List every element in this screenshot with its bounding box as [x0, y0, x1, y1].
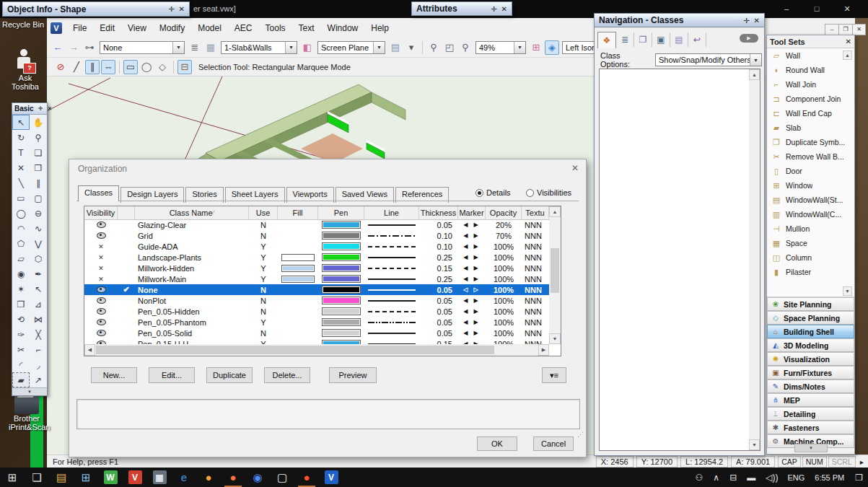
- details-radio[interactable]: Details: [475, 188, 511, 197]
- column-header-visibility[interactable]: Visibility: [84, 206, 118, 219]
- network-icon[interactable]: ⊟: [729, 473, 737, 483]
- brother-iprint-scan-shortcut[interactable]: Brother iPrint&Scan: [9, 395, 45, 431]
- doc-page-icon[interactable]: ▤: [388, 40, 403, 55]
- group-visualization[interactable]: ✺Visualization: [767, 352, 854, 366]
- menu-text[interactable]: Text: [292, 23, 321, 33]
- marker-arrows[interactable]: ◀ ▶: [458, 232, 486, 239]
- pen-swatch[interactable]: [322, 297, 361, 304]
- class-row-grid[interactable]: GridN0.10◀ ▶70%NNN: [84, 230, 549, 241]
- navigation-palette-titlebar[interactable]: Navigation - Classes ✛ ✕: [594, 13, 765, 27]
- magic-wand-tool[interactable]: ✶: [12, 281, 30, 297]
- nav-scrollbar[interactable]: ▲ ▼: [749, 69, 760, 450]
- column-header-thickness[interactable]: Thickness: [419, 206, 458, 219]
- pen-swatch[interactable]: [322, 232, 361, 240]
- close-icon[interactable]: ✕: [47, 105, 52, 112]
- vscroll-thumb[interactable]: [551, 248, 559, 293]
- sheet-layers-tab[interactable]: ❐: [634, 32, 652, 47]
- zoom-tool[interactable]: ⚲: [30, 130, 47, 145]
- references-tab[interactable]: ↩: [688, 32, 706, 47]
- line-style-sample[interactable]: [368, 300, 416, 302]
- fill-swatch[interactable]: [281, 276, 315, 283]
- duplicate-button[interactable]: Duplicate: [206, 367, 253, 383]
- pan-tool[interactable]: ✋: [30, 115, 47, 130]
- scroll-up-icon[interactable]: ▲: [843, 51, 852, 60]
- line-style-sample[interactable]: [368, 278, 416, 280]
- preview-button[interactable]: Preview: [329, 367, 377, 383]
- menu-model[interactable]: Model: [191, 23, 228, 33]
- visible-eye-icon[interactable]: [97, 297, 106, 304]
- class-row-pen_0.05-solid[interactable]: Pen_0.05-SolidN0.05◀ ▶100%NNN: [84, 328, 549, 338]
- visible-eye-icon[interactable]: [97, 330, 106, 336]
- firefox-icon[interactable]: ●: [221, 468, 245, 487]
- doc-page-arrow-icon[interactable]: ▾: [404, 40, 418, 55]
- scroll-left-icon[interactable]: ◀: [84, 344, 95, 356]
- gray-tile-icon[interactable]: ▦: [147, 468, 172, 487]
- pin-icon[interactable]: ✛: [38, 105, 43, 112]
- menu-tools[interactable]: Tools: [259, 23, 292, 33]
- fillet-tool[interactable]: ◜: [12, 357, 30, 372]
- tag-tool[interactable]: ⊿: [30, 297, 47, 312]
- visible-eye-icon[interactable]: [97, 232, 106, 239]
- w-tile-icon[interactable]: W: [98, 468, 123, 487]
- pen-swatch[interactable]: [322, 253, 361, 261]
- visibilities-radio[interactable]: Visibilities: [526, 188, 571, 197]
- active-layer-combo[interactable]: 1-Slab&Walls▼: [221, 41, 297, 54]
- irregular-polygon-tool[interactable]: ▱: [12, 251, 30, 266]
- circle-tool[interactable]: ◯: [12, 206, 30, 221]
- more-tabs-button[interactable]: ▶: [740, 34, 758, 43]
- file-explorer-icon[interactable]: ▤: [49, 468, 74, 487]
- unified-view-icon[interactable]: ◈: [545, 40, 559, 55]
- line-style-sample[interactable]: [368, 257, 416, 258]
- magnifier-icon[interactable]: ⚲: [458, 40, 473, 55]
- mullion-tool[interactable]: ⊣Mullion: [767, 221, 854, 236]
- marker-arrows[interactable]: ◀ ▶: [458, 308, 486, 315]
- pen-swatch[interactable]: [322, 329, 361, 337]
- tab-classes[interactable]: Classes: [78, 185, 119, 201]
- edit-button[interactable]: Edit...: [149, 367, 195, 383]
- component-join-tool[interactable]: ⊐Component Join: [767, 92, 854, 106]
- flyover-tool[interactable]: ↻: [12, 130, 30, 145]
- line-style-sample[interactable]: [368, 311, 416, 312]
- column-header-fill[interactable]: Fill: [278, 206, 318, 219]
- line-style-sample[interactable]: [368, 224, 416, 226]
- marker-arrows[interactable]: ◀ ▶: [458, 254, 486, 260]
- line-style-sample[interactable]: [368, 235, 416, 237]
- class-row-millwork-hidden[interactable]: ✕Millwork-HiddenY0.15◀ ▶100%NNN: [84, 263, 549, 273]
- pen-swatch[interactable]: [322, 242, 361, 250]
- back-arrow-icon[interactable]: ←: [51, 40, 65, 55]
- close-icon[interactable]: ✕: [754, 17, 760, 25]
- windowwall-straight-tool[interactable]: ▤WindowWall(St...: [767, 193, 854, 207]
- offset-tool[interactable]: ◞: [30, 357, 47, 372]
- windowwall-curved-tool[interactable]: ▥WindowWall(C...: [767, 207, 854, 221]
- close-icon[interactable]: ✕: [179, 5, 185, 13]
- pen-swatch[interactable]: [322, 221, 361, 229]
- group-building-shell[interactable]: ⌂Building Shell: [767, 325, 854, 338]
- group-fasteners[interactable]: ✱Fasteners: [767, 421, 854, 434]
- line-style-sample[interactable]: [368, 268, 416, 269]
- doc-minimize-button[interactable]: –: [825, 24, 839, 35]
- rounded-rectangle-tool[interactable]: ▢: [30, 190, 47, 206]
- fill-swatch[interactable]: [281, 265, 315, 272]
- invisible-x-icon[interactable]: ✕: [98, 265, 104, 272]
- language-indicator[interactable]: ENG: [787, 473, 805, 482]
- class-row-guide-ada[interactable]: ✕Guide-ADAY0.10◀ ▶100%NNN: [84, 241, 549, 252]
- scroll-right-icon[interactable]: ▶: [538, 344, 549, 356]
- hscroll-thumb[interactable]: [96, 346, 494, 354]
- pen-swatch[interactable]: [322, 275, 361, 283]
- mirror-tool[interactable]: ⋈: [30, 312, 47, 327]
- wall-plane-icon[interactable]: ◧: [300, 40, 315, 55]
- spiral-tool[interactable]: ◉: [12, 266, 30, 281]
- marquee-zoom-icon[interactable]: ◰: [442, 40, 457, 55]
- working-plane-icon[interactable]: ⊞: [529, 40, 543, 55]
- move-by-points-tool[interactable]: ❐: [12, 297, 30, 312]
- duplicate-symbol-tool[interactable]: ❐Duplicate Symb...: [767, 135, 854, 149]
- wall-end-cap-tool[interactable]: ⊏Wall End Cap: [767, 106, 854, 120]
- connect-combine-tool[interactable]: ⌐: [30, 342, 47, 357]
- split-tool[interactable]: ✂: [12, 342, 30, 357]
- pilaster-tool[interactable]: ▮Pilaster: [767, 265, 854, 279]
- snap-disable-icon[interactable]: ⊘: [53, 60, 68, 74]
- resize-tool[interactable]: ↗: [30, 372, 47, 387]
- visible-eye-icon[interactable]: [97, 308, 106, 315]
- window-tool[interactable]: ⊞Window: [767, 178, 854, 193]
- minimize-button[interactable]: –: [776, 3, 797, 15]
